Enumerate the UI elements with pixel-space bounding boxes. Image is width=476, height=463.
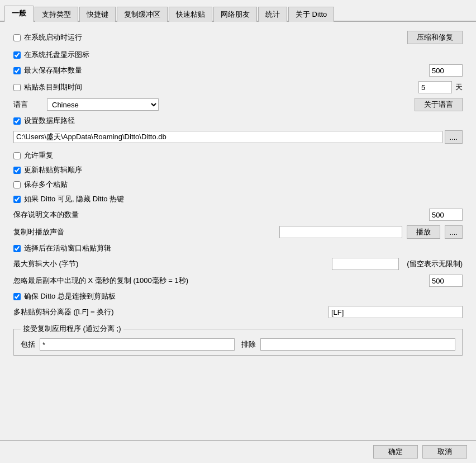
- cancel-button[interactable]: 取消: [422, 445, 467, 459]
- db-path-input[interactable]: [13, 131, 442, 143]
- language-row: 语言 Chinese 关于语言: [13, 98, 463, 111]
- allow-repeat-row: 允许重复: [13, 150, 463, 160]
- accept-apps-inner: 包括 排除: [21, 338, 455, 351]
- hide-hotkey-checkbox[interactable]: [13, 196, 21, 203]
- tab-general[interactable]: 一般: [4, 6, 34, 22]
- accept-apps-group: 接受复制应用程序 (通过分离 ;) 包括 排除: [13, 324, 463, 356]
- max-saves-row: 最大保存副本数量: [13, 64, 463, 77]
- exclude-label: 排除: [241, 339, 256, 349]
- systray-label: 在系统托盘显示图标: [24, 50, 89, 60]
- tab-network[interactable]: 网络朋友: [213, 7, 257, 22]
- expire-unit: 天: [455, 82, 463, 92]
- set-db-path-row: 设置数据库路径: [13, 116, 463, 126]
- sound-input[interactable]: [279, 226, 402, 238]
- confirm-clipboard-row: 确保 Ditto 总是连接到剪贴板: [13, 291, 463, 301]
- desc-count-row: 保存说明文本的数量: [13, 209, 463, 221]
- compress-repair-button[interactable]: 压缩和修复: [407, 31, 463, 44]
- auto-start-label: 在系统启动时运行: [24, 32, 82, 42]
- separator-label: 多粘贴剪辑分离器 ([LF] = 换行): [13, 307, 113, 317]
- max-saves-checkbox[interactable]: [13, 67, 21, 74]
- language-label: 语言: [13, 100, 47, 110]
- max-clip-input[interactable]: [332, 258, 399, 270]
- include-input[interactable]: [40, 338, 235, 351]
- content-area: 在系统启动时运行 压缩和修复 在系统托盘显示图标 最大保存副本数量 粘贴条目到期…: [0, 22, 476, 440]
- separator-row: 多粘贴剪辑分离器 ([LF] = 换行): [13, 306, 463, 318]
- systray-checkbox[interactable]: [13, 51, 21, 59]
- about-language-button[interactable]: 关于语言: [415, 98, 463, 111]
- sound-row: 复制时播放声音 播放 ....: [13, 225, 463, 239]
- max-saves-input[interactable]: [429, 64, 463, 77]
- set-db-path-label: 设置数据库路径: [24, 116, 75, 126]
- desc-count-label: 保存说明文本的数量: [13, 210, 79, 220]
- ignore-ms-label: 忽略最后副本中出现的 X 毫秒的复制 (1000毫秒 = 1秒): [13, 276, 188, 286]
- set-db-path-checkbox[interactable]: [13, 117, 21, 125]
- no-limit-hint: (留空表示无限制): [407, 259, 463, 269]
- exclude-row: 排除: [241, 338, 455, 351]
- allow-repeat-label: 允许重复: [24, 150, 53, 160]
- hide-hotkey-label: 如果 Ditto 可见, 隐藏 Ditto 热键: [24, 194, 124, 204]
- db-path-row: ....: [13, 130, 463, 144]
- paste-active-row: 选择后在活动窗口粘贴剪辑: [13, 243, 463, 253]
- auto-start-checkbox[interactable]: [13, 34, 21, 41]
- browse-db-button[interactable]: ....: [445, 130, 463, 144]
- browse-sound-button[interactable]: ....: [445, 225, 463, 239]
- paste-active-checkbox[interactable]: [13, 245, 21, 252]
- allow-repeat-checkbox[interactable]: [13, 152, 21, 159]
- save-multi-checkbox[interactable]: [13, 181, 21, 188]
- max-clip-row: 最大剪辑大小 (字节) (留空表示无限制): [13, 258, 463, 270]
- auto-start-row: 在系统启动时运行 压缩和修复: [13, 31, 463, 44]
- tab-copy-buffer[interactable]: 复制缓冲区: [117, 7, 168, 22]
- desc-count-input[interactable]: [429, 209, 463, 221]
- update-order-label: 更新粘贴剪辑顺序: [24, 165, 82, 175]
- update-order-row: 更新粘贴剪辑顺序: [13, 165, 463, 175]
- ignore-ms-row: 忽略最后副本中出现的 X 毫秒的复制 (1000毫秒 = 1秒): [13, 275, 463, 287]
- auto-start-checkbox-row: 在系统启动时运行: [13, 32, 82, 42]
- tab-shortcuts[interactable]: 快捷键: [79, 7, 116, 22]
- play-button[interactable]: 播放: [407, 225, 440, 239]
- exclude-input[interactable]: [260, 338, 455, 351]
- save-multi-row: 保存多个粘贴: [13, 179, 463, 190]
- separator-input[interactable]: [329, 306, 463, 318]
- main-dialog: 一般 支持类型 快捷键 复制缓冲区 快速粘贴 网络朋友 统计 关于 Ditto …: [0, 0, 476, 463]
- tab-quick-paste[interactable]: 快速粘贴: [169, 7, 212, 22]
- systray-row: 在系统托盘显示图标: [13, 50, 463, 60]
- expire-label: 粘贴条目到期时间: [24, 82, 82, 92]
- expire-row: 粘贴条目到期时间 天: [13, 81, 463, 93]
- bottom-bar: 确定 取消: [0, 440, 476, 463]
- include-row: 包括: [21, 338, 235, 351]
- accept-apps-legend: 接受复制应用程序 (通过分离 ;): [21, 324, 123, 334]
- update-order-checkbox[interactable]: [13, 167, 21, 174]
- save-multi-label: 保存多个粘贴: [24, 179, 68, 190]
- ok-button[interactable]: 确定: [373, 445, 418, 459]
- max-clip-label: 最大剪辑大小 (字节): [13, 259, 78, 269]
- language-select[interactable]: Chinese: [47, 98, 159, 111]
- expire-checkbox[interactable]: [13, 84, 21, 91]
- max-saves-label: 最大保存副本数量: [24, 65, 82, 75]
- include-label: 包括: [21, 339, 35, 349]
- tab-bar: 一般 支持类型 快捷键 复制缓冲区 快速粘贴 网络朋友 统计 关于 Ditto: [0, 0, 476, 22]
- confirm-clipboard-label: 确保 Ditto 总是连接到剪贴板: [24, 291, 116, 301]
- ignore-ms-input[interactable]: [429, 275, 463, 287]
- confirm-clipboard-checkbox[interactable]: [13, 293, 21, 300]
- hide-hotkey-row: 如果 Ditto 可见, 隐藏 Ditto 热键: [13, 194, 463, 204]
- tab-about[interactable]: 关于 Ditto: [288, 7, 334, 22]
- tab-support-types[interactable]: 支持类型: [35, 7, 78, 22]
- expire-input[interactable]: [418, 81, 452, 93]
- paste-active-label: 选择后在活动窗口粘贴剪辑: [24, 243, 111, 253]
- sound-label: 复制时播放声音: [13, 227, 64, 237]
- tab-stats[interactable]: 统计: [258, 7, 287, 22]
